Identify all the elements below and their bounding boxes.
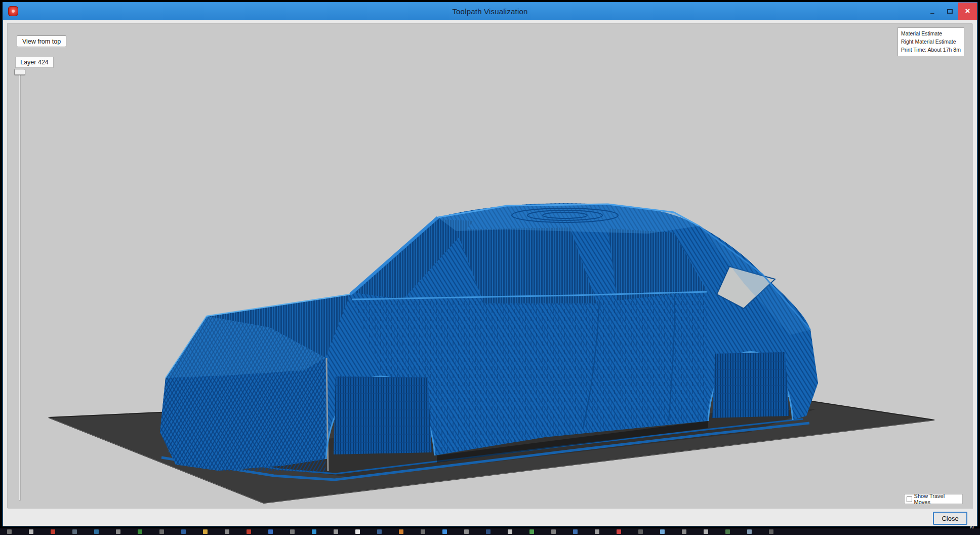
- taskbar-icon[interactable]: [769, 529, 773, 534]
- rear-wheel-support-structure: [712, 352, 789, 418]
- layer-slider-handle[interactable]: [14, 69, 25, 75]
- restore-icon: [947, 9, 953, 14]
- info-line-print-time: Print Time: About 17h 8m: [901, 46, 961, 54]
- taskbar-icon[interactable]: [29, 529, 33, 534]
- taskbar-icon[interactable]: [638, 529, 643, 534]
- taskbar-icon[interactable]: [486, 529, 491, 534]
- taskbar-icon[interactable]: [747, 529, 752, 534]
- taskbar-icon[interactable]: [225, 529, 229, 534]
- taskbar-icon[interactable]: [617, 529, 621, 534]
- desktop: { "window": { "title": "Toolpath Visuali…: [0, 0, 980, 535]
- taskbar-icon[interactable]: [421, 529, 425, 534]
- viewport-3d[interactable]: [7, 23, 972, 508]
- minimize-button[interactable]: –: [924, 3, 941, 20]
- travel-moves-label: Show Travel Moves: [914, 493, 960, 505]
- taskbar-icon[interactable]: [355, 529, 360, 534]
- taskbar-icon[interactable]: [725, 529, 730, 534]
- taskbar-icon[interactable]: [181, 529, 186, 534]
- material-info-panel: Material Estimate Right Material Estimat…: [897, 27, 964, 56]
- taskbar-icon[interactable]: [595, 529, 599, 534]
- taskbar-icon[interactable]: [203, 529, 208, 534]
- taskbar-icon[interactable]: [551, 529, 556, 534]
- close-button-label: Close: [942, 515, 958, 522]
- front-wheel-support-structure: [334, 376, 432, 454]
- view-from-top-button[interactable]: View from top: [17, 35, 66, 47]
- info-line-right-material: Right Material Estimate: [901, 38, 961, 46]
- taskbar-icon[interactable]: [334, 529, 338, 534]
- taskbar-icon[interactable]: [573, 529, 578, 534]
- minimize-icon: –: [930, 9, 934, 17]
- taskbar-icon[interactable]: [290, 529, 295, 534]
- taskbar-icon[interactable]: [159, 529, 164, 534]
- taskbar-icon[interactable]: [72, 529, 77, 534]
- taskbar-icon[interactable]: [247, 529, 251, 534]
- taskbar-icon[interactable]: [7, 529, 12, 534]
- view-from-top-label: View from top: [22, 38, 61, 45]
- layer-indicator-label: Layer 424: [20, 59, 49, 66]
- taskbar-icon[interactable]: [464, 529, 469, 534]
- close-icon: ×: [965, 6, 970, 16]
- taskbar-icon[interactable]: [116, 529, 120, 534]
- scene-svg: [8, 24, 973, 509]
- taskbar-icon[interactable]: [442, 529, 447, 534]
- taskbar-icon[interactable]: [704, 529, 708, 534]
- show-travel-moves-control[interactable]: Show Travel Moves: [904, 494, 963, 504]
- taskbar-icon[interactable]: [660, 529, 665, 534]
- taskbar-icon[interactable]: [312, 529, 316, 534]
- titlebar[interactable]: Toolpath Visualization – ×: [3, 3, 977, 20]
- close-button[interactable]: Close: [933, 512, 967, 525]
- window-title: Toolpath Visualization: [3, 7, 977, 16]
- close-window-button[interactable]: ×: [958, 3, 977, 20]
- taskbar-icon[interactable]: [138, 529, 142, 534]
- taskbar-icon[interactable]: [51, 529, 55, 534]
- taskbar-icon[interactable]: [682, 529, 686, 534]
- caption-buttons: – ×: [924, 3, 977, 20]
- taskbar-icon[interactable]: [508, 529, 512, 534]
- taskbar-icon[interactable]: [94, 529, 99, 534]
- app-icon: [8, 6, 18, 16]
- taskbar-icon[interactable]: [399, 529, 403, 534]
- travel-moves-checkbox[interactable]: [907, 496, 912, 502]
- taskbar-icon[interactable]: [529, 529, 534, 534]
- taskbar[interactable]: [0, 528, 980, 535]
- layer-slider-track[interactable]: [19, 72, 21, 501]
- layer-indicator: Layer 424: [15, 57, 54, 68]
- taskbar-icon[interactable]: [377, 529, 382, 534]
- info-line-material: Material Estimate: [901, 30, 961, 38]
- taskbar-icon[interactable]: [268, 529, 273, 534]
- restore-button[interactable]: [941, 3, 958, 20]
